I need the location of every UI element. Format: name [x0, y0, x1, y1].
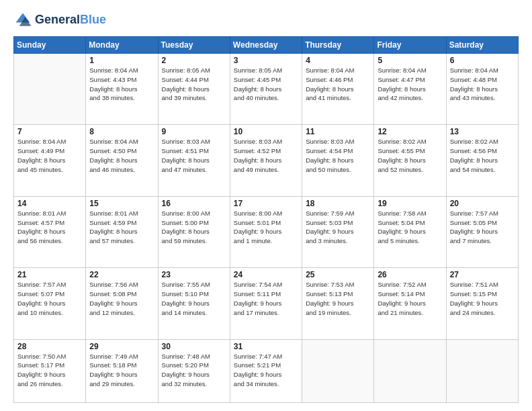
day-info: Sunrise: 8:01 AMSunset: 4:57 PMDaylight:…	[17, 209, 82, 246]
day-info: Sunrise: 8:04 AMSunset: 4:43 PMDaylight:…	[89, 66, 154, 103]
day-number: 30	[162, 342, 226, 351]
day-info: Sunrise: 8:04 AMSunset: 4:46 PMDaylight:…	[306, 66, 370, 103]
calendar-cell: 24Sunrise: 7:54 AMSunset: 5:11 PMDayligh…	[230, 268, 302, 339]
calendar-cell: 19Sunrise: 7:58 AMSunset: 5:04 PMDayligh…	[374, 196, 446, 267]
calendar-cell: 22Sunrise: 7:56 AMSunset: 5:08 PMDayligh…	[86, 268, 158, 339]
day-number: 9	[162, 127, 226, 136]
day-number: 11	[306, 127, 370, 136]
day-number: 25	[306, 270, 370, 279]
day-number: 14	[17, 199, 82, 208]
day-number: 21	[17, 270, 82, 279]
calendar-cell: 16Sunrise: 8:00 AMSunset: 5:00 PMDayligh…	[158, 196, 230, 267]
logo: GeneralBlue	[13, 11, 106, 30]
day-number: 29	[89, 342, 154, 351]
day-number: 7	[17, 127, 82, 136]
day-info: Sunrise: 7:53 AMSunset: 5:13 PMDaylight:…	[306, 280, 370, 317]
day-info: Sunrise: 8:02 AMSunset: 4:56 PMDaylight:…	[450, 137, 515, 174]
calendar-cell: 27Sunrise: 7:51 AMSunset: 5:15 PMDayligh…	[446, 268, 518, 339]
day-number: 6	[450, 56, 515, 65]
day-info: Sunrise: 7:55 AMSunset: 5:10 PMDaylight:…	[162, 280, 226, 317]
calendar-week-row: 21Sunrise: 7:57 AMSunset: 5:07 PMDayligh…	[14, 268, 519, 339]
calendar-cell: 6Sunrise: 8:04 AMSunset: 4:48 PMDaylight…	[446, 54, 518, 125]
day-info: Sunrise: 7:57 AMSunset: 5:07 PMDaylight:…	[17, 280, 82, 317]
weekday-header-row: SundayMondayTuesdayWednesdayThursdayFrid…	[14, 37, 519, 54]
day-number: 10	[234, 127, 298, 136]
day-number: 13	[450, 127, 515, 136]
calendar-table: SundayMondayTuesdayWednesdayThursdayFrid…	[13, 36, 519, 403]
calendar-cell: 21Sunrise: 7:57 AMSunset: 5:07 PMDayligh…	[14, 268, 86, 339]
day-info: Sunrise: 8:04 AMSunset: 4:49 PMDaylight:…	[17, 137, 82, 174]
calendar-cell	[302, 339, 374, 402]
calendar-cell: 15Sunrise: 8:01 AMSunset: 4:59 PMDayligh…	[86, 196, 158, 267]
day-info: Sunrise: 7:51 AMSunset: 5:15 PMDaylight:…	[450, 280, 515, 317]
calendar-week-row: 28Sunrise: 7:50 AMSunset: 5:17 PMDayligh…	[14, 339, 519, 402]
day-info: Sunrise: 7:48 AMSunset: 5:20 PMDaylight:…	[162, 352, 226, 389]
calendar-cell: 5Sunrise: 8:04 AMSunset: 4:47 PMDaylight…	[374, 54, 446, 125]
day-number: 24	[234, 270, 298, 279]
calendar-cell: 31Sunrise: 7:47 AMSunset: 5:21 PMDayligh…	[230, 339, 302, 402]
day-number: 4	[306, 56, 370, 65]
calendar-cell: 7Sunrise: 8:04 AMSunset: 4:49 PMDaylight…	[14, 125, 86, 196]
calendar-cell: 12Sunrise: 8:02 AMSunset: 4:55 PMDayligh…	[374, 125, 446, 196]
day-info: Sunrise: 8:03 AMSunset: 4:52 PMDaylight:…	[234, 137, 298, 174]
day-info: Sunrise: 8:00 AMSunset: 5:00 PMDaylight:…	[162, 209, 226, 246]
calendar-cell: 3Sunrise: 8:05 AMSunset: 4:45 PMDaylight…	[230, 54, 302, 125]
day-info: Sunrise: 8:05 AMSunset: 4:45 PMDaylight:…	[234, 66, 298, 103]
day-number: 1	[89, 56, 154, 65]
day-info: Sunrise: 7:59 AMSunset: 5:03 PMDaylight:…	[306, 209, 370, 246]
day-number: 15	[89, 199, 154, 208]
day-info: Sunrise: 8:03 AMSunset: 4:51 PMDaylight:…	[162, 137, 226, 174]
day-number: 8	[89, 127, 154, 136]
day-number: 20	[450, 199, 515, 208]
header: GeneralBlue	[13, 11, 519, 30]
calendar-cell: 11Sunrise: 8:03 AMSunset: 4:54 PMDayligh…	[302, 125, 374, 196]
logo-icon	[13, 11, 32, 30]
logo-text: GeneralBlue	[35, 13, 106, 27]
calendar-week-row: 1Sunrise: 8:04 AMSunset: 4:43 PMDaylight…	[14, 54, 519, 125]
day-number: 22	[89, 270, 154, 279]
day-info: Sunrise: 7:57 AMSunset: 5:05 PMDaylight:…	[450, 209, 515, 246]
weekday-header-wednesday: Wednesday	[230, 37, 302, 54]
day-number: 17	[234, 199, 298, 208]
calendar-cell: 30Sunrise: 7:48 AMSunset: 5:20 PMDayligh…	[158, 339, 230, 402]
calendar-cell	[446, 339, 518, 402]
day-info: Sunrise: 8:03 AMSunset: 4:54 PMDaylight:…	[306, 137, 370, 174]
day-info: Sunrise: 8:00 AMSunset: 5:01 PMDaylight:…	[234, 209, 298, 246]
weekday-header-saturday: Saturday	[446, 37, 518, 54]
day-number: 5	[378, 56, 442, 65]
calendar-cell: 14Sunrise: 8:01 AMSunset: 4:57 PMDayligh…	[14, 196, 86, 267]
day-info: Sunrise: 7:52 AMSunset: 5:14 PMDaylight:…	[378, 280, 442, 317]
day-number: 16	[162, 199, 226, 208]
day-number: 27	[450, 270, 515, 279]
day-info: Sunrise: 8:04 AMSunset: 4:47 PMDaylight:…	[378, 66, 442, 103]
weekday-header-friday: Friday	[374, 37, 446, 54]
day-number: 12	[378, 127, 442, 136]
weekday-header-thursday: Thursday	[302, 37, 374, 54]
calendar-cell: 28Sunrise: 7:50 AMSunset: 5:17 PMDayligh…	[14, 339, 86, 402]
day-info: Sunrise: 7:56 AMSunset: 5:08 PMDaylight:…	[89, 280, 154, 317]
page: GeneralBlue SundayMondayTuesdayWednesday…	[0, 0, 532, 411]
calendar-cell: 4Sunrise: 8:04 AMSunset: 4:46 PMDaylight…	[302, 54, 374, 125]
day-info: Sunrise: 8:02 AMSunset: 4:55 PMDaylight:…	[378, 137, 442, 174]
day-number: 2	[162, 56, 226, 65]
calendar-cell	[14, 54, 86, 125]
calendar-cell: 18Sunrise: 7:59 AMSunset: 5:03 PMDayligh…	[302, 196, 374, 267]
day-number: 3	[234, 56, 298, 65]
calendar-cell	[374, 339, 446, 402]
calendar-cell: 10Sunrise: 8:03 AMSunset: 4:52 PMDayligh…	[230, 125, 302, 196]
day-info: Sunrise: 8:05 AMSunset: 4:44 PMDaylight:…	[162, 66, 226, 103]
calendar-week-row: 14Sunrise: 8:01 AMSunset: 4:57 PMDayligh…	[14, 196, 519, 267]
weekday-header-tuesday: Tuesday	[158, 37, 230, 54]
day-info: Sunrise: 7:49 AMSunset: 5:18 PMDaylight:…	[89, 352, 154, 389]
day-number: 19	[378, 199, 442, 208]
calendar-cell: 9Sunrise: 8:03 AMSunset: 4:51 PMDaylight…	[158, 125, 230, 196]
day-number: 26	[378, 270, 442, 279]
calendar-cell: 20Sunrise: 7:57 AMSunset: 5:05 PMDayligh…	[446, 196, 518, 267]
day-info: Sunrise: 7:50 AMSunset: 5:17 PMDaylight:…	[17, 352, 82, 389]
day-info: Sunrise: 8:04 AMSunset: 4:50 PMDaylight:…	[89, 137, 154, 174]
day-info: Sunrise: 8:04 AMSunset: 4:48 PMDaylight:…	[450, 66, 515, 103]
calendar-cell: 13Sunrise: 8:02 AMSunset: 4:56 PMDayligh…	[446, 125, 518, 196]
calendar-cell: 8Sunrise: 8:04 AMSunset: 4:50 PMDaylight…	[86, 125, 158, 196]
day-number: 28	[17, 342, 82, 351]
weekday-header-sunday: Sunday	[14, 37, 86, 54]
